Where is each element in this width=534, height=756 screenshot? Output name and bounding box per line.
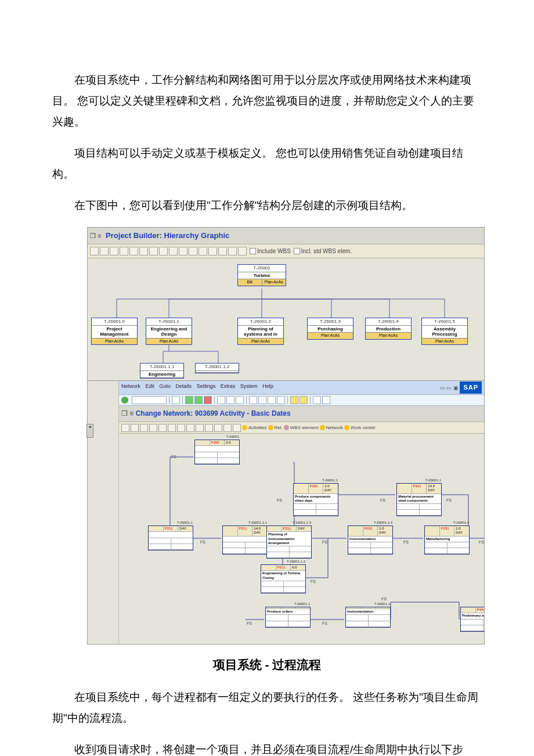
activity-box[interactable]: P441Preliminary acceptance T-26001.4	[460, 607, 484, 632]
incl-std-wbs-checkbox[interactable]: Incl. std WBS elem.	[294, 246, 352, 257]
sap-menubar: Network Edit Goto Details Settings Extra…	[119, 381, 484, 395]
toolbar-icon[interactable]	[277, 396, 285, 404]
activity-box[interactable]: P2211.0 DAYInstrumentation T-26001.1.4	[348, 525, 393, 555]
collapse-tab[interactable]: ◂	[86, 424, 93, 438]
menu-edit[interactable]: Edit	[146, 383, 155, 389]
toolbar-button[interactable]	[214, 424, 222, 432]
menu-settings[interactable]: Settings	[197, 383, 216, 389]
toolbar-icon[interactable]	[236, 396, 244, 404]
toolbar-button[interactable]	[177, 424, 185, 432]
activity-box[interactable]: P2000.0 T-26001	[194, 440, 240, 465]
toolbar-button[interactable]	[100, 247, 109, 255]
toolbar-button[interactable]	[205, 424, 213, 432]
toolbar-button[interactable]	[121, 424, 129, 432]
toolbar-button[interactable]	[168, 424, 176, 432]
paragraph-3: 在下图中，您可以看到使用"工作分解"结构分层创建的示例项目结构。	[52, 195, 482, 216]
menu-network[interactable]: Network	[121, 383, 140, 389]
toolbar-button[interactable]	[196, 424, 204, 432]
menu-items: Network Edit Goto Details Settings Extra…	[121, 381, 277, 394]
toolbar-button[interactable]	[238, 247, 247, 255]
toolbar-button[interactable]	[228, 247, 237, 255]
wbs-child[interactable]: T-26001.1 Engineering and Design Plan Ac…	[146, 318, 192, 345]
toolbar-button[interactable]	[110, 247, 118, 255]
wbs-element-button[interactable]: WBS element	[284, 423, 319, 432]
work-center-button[interactable]: Work center	[344, 423, 376, 432]
wbs-code: T-26001	[238, 265, 286, 272]
toolbar-button[interactable]	[233, 424, 241, 432]
network-button[interactable]: Network	[320, 423, 343, 432]
activity-box[interactable]: P2311.0 DAYManufacturing T-26001.4	[424, 525, 470, 555]
hierarchy-canvas[interactable]: T-26001 Turbine BillPlan AcAs T-26001.0 …	[88, 258, 484, 380]
layout-icon[interactable]	[322, 396, 330, 404]
toolbar-button[interactable]	[120, 247, 128, 255]
activity-box[interactable]: P21114.0 DAY T-26001.1.1	[222, 525, 268, 555]
wbs-child[interactable]: T-26001.5 Assembly Processing Plan AcAs	[421, 318, 468, 345]
wbs-grandchild[interactable]: T-26001.1.1 Engineering	[140, 363, 184, 379]
toolbar-button[interactable]	[179, 247, 187, 255]
command-field[interactable]	[132, 396, 167, 404]
wbs-root[interactable]: T-26001 Turbine BillPlan AcAs	[237, 264, 286, 286]
menu-help[interactable]: Help	[262, 383, 273, 389]
toolbar-button[interactable]	[186, 424, 194, 432]
toolbar-button[interactable]	[223, 424, 232, 432]
activity-box[interactable]: P2116.0Engineering of Turbine Casing T-2…	[261, 564, 306, 593]
network-canvas[interactable]: P2000.0 T-26001P2211.0 DAYProduce compon…	[119, 434, 484, 644]
include-wbs-checkbox[interactable]: Include WBS	[250, 246, 291, 257]
menu-details[interactable]: Details	[176, 383, 192, 389]
toolbar-button[interactable]	[129, 247, 138, 255]
toolbar-button[interactable]	[140, 424, 148, 432]
toolbar-button[interactable]	[158, 424, 167, 432]
left-gutter: ◂	[88, 381, 119, 644]
cancel-icon[interactable]	[204, 396, 212, 404]
toolbar-button[interactable]	[90, 247, 99, 255]
menu-system[interactable]: System	[240, 383, 258, 389]
toolbar-button[interactable]	[208, 247, 217, 255]
back-icon[interactable]	[185, 396, 193, 404]
toolbar-icon[interactable]	[268, 396, 276, 404]
wbs-child[interactable]: T-26001.0 Project Management Plan AcAs	[91, 318, 138, 345]
toolbar-button[interactable]	[149, 424, 157, 432]
menu-goto[interactable]: Goto	[160, 383, 171, 389]
activity-box[interactable]: P211DAYPlanning of instrumentation arran…	[266, 525, 312, 559]
network-window: ◂ Network Edit Goto Details Settings Ext…	[87, 380, 485, 645]
toolbar-button[interactable]	[159, 247, 168, 255]
help-icon[interactable]	[313, 396, 321, 404]
toolbar-icon[interactable]	[300, 396, 308, 404]
exit-icon[interactable]	[194, 396, 203, 404]
edge-label: FS	[247, 620, 252, 627]
activity-box[interactable]: P22114.0 DAYMaterial procurement steel c…	[396, 483, 442, 516]
network-titlebar: ❐ ≡ Change Network: 903699 Activity - Ba…	[119, 406, 484, 422]
wbs-child[interactable]: T-26001.4 Production Plan AcAs	[365, 318, 412, 340]
activities-button[interactable]: Activities	[242, 423, 267, 432]
toolbar-button[interactable]	[199, 247, 207, 255]
toolbar-icon[interactable]	[217, 396, 225, 404]
toolbar-icon[interactable]	[249, 396, 257, 404]
toolbar-icon[interactable]	[226, 396, 234, 404]
toolbar-icon[interactable]	[258, 396, 266, 404]
window-controls-icon[interactable]: ▭ ▭ ▣	[440, 385, 459, 391]
enter-icon[interactable]	[121, 397, 128, 404]
toolbar-icon[interactable]	[290, 396, 298, 404]
toolbar-button[interactable]	[169, 247, 178, 255]
project-builder-toolbar: Include WBS Incl. std WBS elem.	[88, 244, 484, 258]
menu-extras[interactable]: Extras	[221, 383, 236, 389]
toolbar-icon[interactable]	[172, 396, 180, 404]
activity-box[interactable]: P211DAY T-26001.1	[148, 525, 193, 550]
wbs-child[interactable]: T-26001.2 Planning of systems and in Pla…	[237, 318, 284, 345]
toolbar-button[interactable]	[218, 247, 227, 255]
activity-box[interactable]: Instrumentation T-26001.1	[345, 607, 391, 628]
toolbar-button[interactable]	[139, 247, 148, 255]
activity-box[interactable]: P2211.0 DAYProduce components when dept.…	[293, 483, 338, 516]
rel-button[interactable]: Rel.	[268, 423, 283, 432]
toolbar-button[interactable]	[189, 247, 197, 255]
wbs-grandchild[interactable]: T-26001.1.2	[195, 363, 239, 373]
section-heading: 项目系统 - 过程流程	[52, 653, 482, 676]
network-title: Change Network: 903699 Activity - Basic …	[136, 409, 291, 417]
toolbar-button[interactable]	[149, 247, 158, 255]
window-icon: ❐ ≡	[121, 409, 136, 417]
edge-label: FS	[322, 620, 327, 627]
activity-box[interactable]: Produce orders T-26001.1	[265, 607, 311, 628]
toolbar-button[interactable]	[131, 424, 139, 432]
project-builder-titlebar: ❐ ≡ Project Builder: Hierarchy Graphic	[88, 228, 484, 245]
wbs-child[interactable]: T-26001.3 Purchasing Plan AcAs	[307, 318, 353, 340]
